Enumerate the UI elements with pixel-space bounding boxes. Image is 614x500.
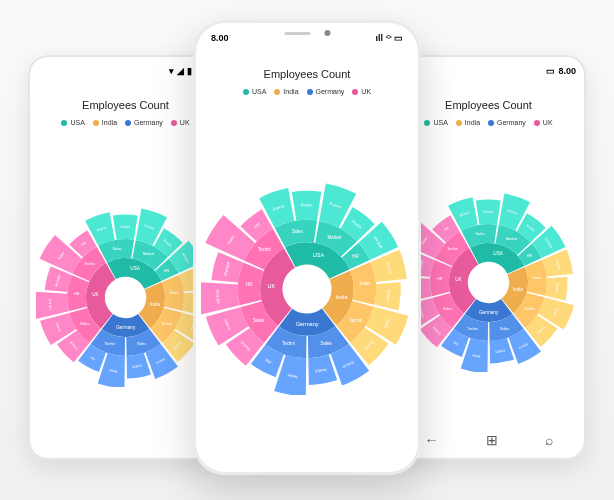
swatch-uk <box>352 89 358 95</box>
svg-text:India: India <box>150 302 161 307</box>
svg-text:Sales: Sales <box>113 247 123 251</box>
svg-text:Germany: Germany <box>116 324 136 329</box>
status-bar: ▾ ◢ ▮ 8.00 <box>38 63 213 79</box>
iphone: 8.00 ıll ⌔ ▭ Employees Count USA India G… <box>193 20 421 475</box>
svg-text:HR: HR <box>74 291 80 295</box>
svg-text:India: India <box>513 287 524 292</box>
swatch-germany <box>125 120 131 126</box>
svg-text:Techni: Techni <box>84 262 95 266</box>
swatch-usa <box>61 120 67 126</box>
notch <box>260 23 355 43</box>
svg-text:Sales: Sales <box>443 307 453 311</box>
svg-text:Market: Market <box>143 252 155 256</box>
search-button[interactable]: ⌕ <box>545 432 553 448</box>
battery-icon: ▭ <box>546 66 555 76</box>
chart-title: Employees Count <box>82 99 169 111</box>
signal-icon: ıll <box>375 33 383 43</box>
battery-icon: ▭ <box>394 33 403 43</box>
wifi-icon: ⌔ <box>386 33 391 43</box>
legend-item-uk[interactable]: UK <box>352 88 371 95</box>
legend-item-india[interactable]: India <box>456 119 480 126</box>
svg-text:UK: UK <box>92 292 99 297</box>
svg-text:Sales: Sales <box>292 229 304 234</box>
svg-text:Techni: Techni <box>467 326 478 330</box>
chart-title: Employees Count <box>264 68 351 80</box>
legend-item-usa[interactable]: USA <box>243 88 266 95</box>
device-showcase: ▾ ◢ ▮ 8.00 Employees Count USA India Ger… <box>0 0 614 500</box>
svg-text:UK: UK <box>455 277 462 282</box>
svg-text:Analys: Analys <box>120 224 130 228</box>
svg-text:UK: UK <box>268 283 276 289</box>
signal-icon: ◢ <box>177 66 184 76</box>
legend-item-usa[interactable]: USA <box>424 119 447 126</box>
swatch-india <box>93 120 99 126</box>
svg-text:HR Exe: HR Exe <box>215 290 221 304</box>
legend: USA India Germany UK <box>61 119 189 126</box>
svg-text:Techni: Techni <box>524 307 535 311</box>
svg-text:Germany: Germany <box>296 321 319 327</box>
screen: Employees Count USA India Germany UK USA… <box>201 54 413 465</box>
sunburst-chart[interactable]: USASalesExecutAnalysMarketExecutAnalysHR… <box>201 113 413 465</box>
svg-text:USA: USA <box>313 252 325 258</box>
svg-text:Sales: Sales <box>80 322 90 326</box>
swatch-india <box>274 89 280 95</box>
svg-text:Techni: Techni <box>104 341 115 345</box>
legend-item-germany[interactable]: Germany <box>488 119 526 126</box>
svg-text:Techni: Techni <box>447 247 458 251</box>
svg-text:Sales: Sales <box>320 341 332 346</box>
svg-text:Techni: Techni <box>349 318 362 323</box>
battery-icon: ▮ <box>187 66 192 76</box>
legend-item-uk[interactable]: UK <box>534 119 553 126</box>
svg-text:Analys: Analys <box>555 282 560 292</box>
svg-text:HR: HR <box>246 282 253 287</box>
svg-text:Sales: Sales <box>500 326 510 330</box>
svg-text:Germany: Germany <box>479 309 499 314</box>
svg-text:Sales: Sales <box>170 291 180 295</box>
legend-item-germany[interactable]: Germany <box>307 88 345 95</box>
legend-item-usa[interactable]: USA <box>61 119 84 126</box>
status-time: 8.00 <box>558 66 576 76</box>
status-time: 8.00 <box>211 33 229 43</box>
svg-text:Sales: Sales <box>253 318 265 323</box>
svg-text:HR: HR <box>164 268 170 272</box>
svg-text:HR: HR <box>437 276 443 280</box>
svg-text:Techni: Techni <box>161 322 172 326</box>
camera-icon <box>324 30 330 36</box>
wifi-icon: ▾ <box>169 66 174 76</box>
legend: USA India Germany UK <box>243 88 371 95</box>
svg-text:Techni: Techni <box>282 341 295 346</box>
back-button[interactable]: ← <box>425 432 439 448</box>
svg-text:Analys: Analys <box>483 209 493 213</box>
swatch-uk <box>534 120 540 126</box>
swatch-usa <box>243 89 249 95</box>
legend-item-germany[interactable]: Germany <box>125 119 163 126</box>
svg-text:Analys: Analys <box>386 289 392 301</box>
legend: USA India Germany UK <box>424 119 552 126</box>
svg-text:Sales: Sales <box>533 276 543 280</box>
home-button[interactable]: ⊞ <box>486 432 498 448</box>
legend-item-uk[interactable]: UK <box>171 119 190 126</box>
nav-bar: ← ⊞ ⌕ <box>401 426 576 454</box>
sunburst-chart[interactable]: USASalesExecutAnalysMarketExecutAnalysHR… <box>36 144 215 450</box>
sunburst-chart[interactable]: USASalesExecutAnalysMarketExecutAnalysHR… <box>399 144 578 420</box>
status-bar: ◢ ⌔ ▭ 8.00 <box>401 63 576 79</box>
screen: Employees Count USA India Germany UK USA… <box>399 85 578 420</box>
svg-text:Techni: Techni <box>258 247 271 252</box>
svg-text:Sales: Sales <box>476 232 486 236</box>
svg-text:Market: Market <box>328 235 342 240</box>
swatch-india <box>456 120 462 126</box>
swatch-uk <box>171 120 177 126</box>
swatch-germany <box>488 120 494 126</box>
svg-text:HR: HR <box>352 254 359 259</box>
svg-text:Market: Market <box>506 237 518 241</box>
legend-item-india[interactable]: India <box>93 119 117 126</box>
speaker <box>284 32 310 35</box>
svg-text:USA: USA <box>130 266 141 271</box>
swatch-germany <box>307 89 313 95</box>
svg-text:Sales: Sales <box>137 341 147 345</box>
svg-text:India: India <box>336 294 349 300</box>
swatch-usa <box>424 120 430 126</box>
chart-title: Employees Count <box>445 99 532 111</box>
legend-item-india[interactable]: India <box>274 88 298 95</box>
svg-text:Analys: Analys <box>301 202 313 207</box>
